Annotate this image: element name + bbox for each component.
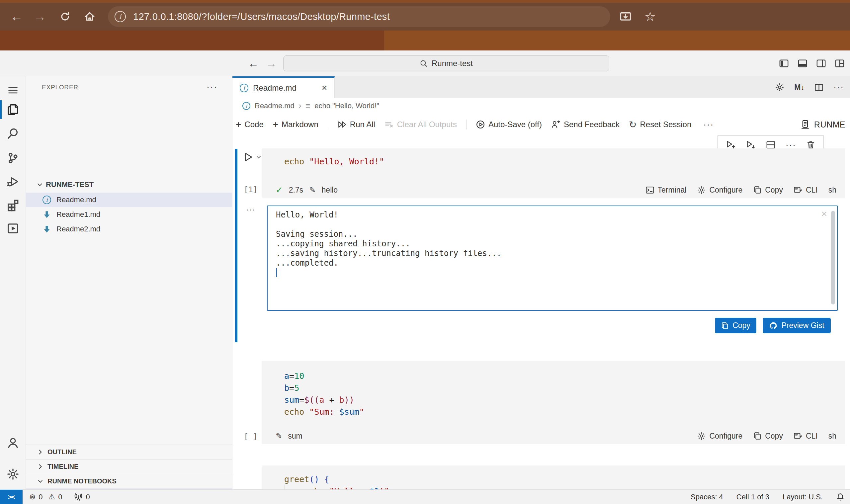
section-timeline[interactable]: TIMELINE [26,459,232,474]
cell-1-code[interactable]: echo "Hello, World!" [262,148,845,168]
reload-icon [60,11,70,22]
sidebar-item-source-control[interactable] [0,147,26,169]
editor-forward-button[interactable]: → [263,51,279,76]
cell-name[interactable]: sum [288,432,302,440]
run-cell-button[interactable] [242,151,261,163]
cell-focus-indicator [235,149,237,342]
code-cell-2[interactable]: a=10b=5sum=$((a + b))echo "Sum: $sum" ✎ … [262,361,845,444]
section-outline[interactable]: OUTLINE [26,445,232,459]
layout-controls [779,51,845,76]
gear-icon [697,185,706,195]
send-feedback-button[interactable]: Send Feedback [551,120,619,129]
bell-icon[interactable] [836,493,845,501]
browser-home-button[interactable] [80,3,99,31]
run-all-button[interactable]: Run All [337,120,375,129]
cell-name[interactable]: hello [322,185,338,195]
preview-gist-button[interactable]: Preview Gist [763,318,831,334]
markdown-preview-icon[interactable]: M↓ [794,83,804,92]
configure-action[interactable]: Configure [697,185,742,195]
clear-outputs-icon [384,120,394,129]
runme-logo-icon [800,120,810,129]
code-cell-1[interactable]: echo "Hello, World!" ✓ 2.7s ✎ hello Term… [262,148,845,198]
browser-forward-button[interactable]: → [31,3,49,31]
more-actions-icon[interactable]: ··· [833,82,844,93]
cell-position-status[interactable]: Cell 1 of 3 [737,493,769,501]
ports-indicator[interactable]: 0 [74,493,90,501]
output-close-icon[interactable]: × [821,208,827,219]
output-gutter-icon[interactable]: ⋯ [242,204,259,215]
file-label: Readme2.md [56,225,100,233]
add-code-cell-button[interactable]: + Code [236,119,264,130]
output-scrollbar[interactable] [831,211,835,304]
keyboard-layout-status[interactable]: Layout: U.S. [783,493,823,501]
clear-all-outputs-button[interactable]: Clear All Outputs [384,120,457,129]
browser-back-button[interactable]: ← [7,3,26,31]
sidebar-item-extensions[interactable] [0,195,26,216]
toggle-secondary-sidebar-icon[interactable] [816,58,826,68]
section-runme-notebooks[interactable]: RUNME NOTEBOOKS [26,474,232,488]
tab-close-icon[interactable]: × [322,83,327,93]
toolbar-divider [466,120,467,129]
browser-reload-button[interactable] [56,3,74,31]
split-editor-icon[interactable] [814,83,824,92]
file-label: Readme.md [56,196,96,204]
sidebar-item-search[interactable] [0,123,26,144]
sidebar-item-runme[interactable] [0,218,26,239]
cell-2-code[interactable]: a=10b=5sum=$((a + b))echo "Sum: $sum" [262,361,845,418]
editor-back-button[interactable]: ← [245,51,261,76]
delete-icon[interactable] [806,140,815,149]
execution-count: [1] [241,185,260,194]
tab-readme-md[interactable]: i Readme.md × [232,76,335,98]
cast-button[interactable] [615,3,636,31]
terminal-action[interactable]: Terminal [646,185,687,195]
hamburger-menu-icon [7,84,19,96]
reset-session-button[interactable]: ↻ Reset Session [629,119,691,130]
extensions-icon [7,199,19,212]
code-cell-3[interactable]: greet() { echo "Hello, $1!" [262,466,845,489]
toolbar-more-actions[interactable]: ··· [703,120,714,130]
cli-action[interactable]: CLI [794,432,818,440]
explorer-more-actions[interactable]: ··· [206,82,217,92]
cell-1-output[interactable]: Hello, World! Saving session......copyin… [267,205,838,311]
breadcrumb-cell[interactable]: echo "Hello, World!" [314,102,379,110]
github-icon [769,321,778,330]
customize-layout-icon[interactable] [835,58,845,68]
indentation-status[interactable]: Spaces: 4 [691,493,723,501]
sidebar-item-explorer[interactable] [0,99,26,120]
section-label: TIMELINE [48,463,78,470]
menu-button[interactable] [0,80,26,101]
cli-icon [794,432,802,440]
cell-language[interactable]: sh [828,185,836,195]
autosave-toggle[interactable]: Auto-Save (off) [476,120,542,129]
problems-indicator[interactable]: ⊗ 0 ⚠ 0 [29,492,62,501]
sidebar-item-run-debug[interactable] [0,171,26,193]
breadcrumb-file[interactable]: Readme.md [255,102,294,110]
gear-icon [697,432,706,440]
configure-action[interactable]: Configure [697,432,742,440]
cli-action[interactable]: CLI [794,185,818,195]
success-check-icon: ✓ [276,185,283,195]
settings-button[interactable] [0,464,26,485]
tree-root-runme-test[interactable]: RUNME-TEST [26,178,232,191]
run-cell-icon [242,151,254,163]
file-row-readme1[interactable]: Readme1.md [26,207,232,222]
cell-language[interactable]: sh [828,432,836,440]
cell-3-code[interactable]: greet() { echo "Hello, $1!" [262,466,845,489]
gear-icon[interactable] [775,83,784,92]
reset-icon: ↻ [629,119,636,130]
file-row-readme[interactable]: i Readme.md [26,193,232,207]
bookmark-star-button[interactable]: ☆ [639,3,661,31]
copy-action[interactable]: Copy [753,185,783,195]
add-markdown-cell-button[interactable]: + Markdown [273,119,319,130]
file-row-readme2[interactable]: Readme2.md [26,222,232,236]
remote-indicator[interactable]: >< [0,490,22,504]
output-copy-button[interactable]: Copy [715,318,756,334]
site-info-icon[interactable]: i [114,11,126,22]
search-icon [420,59,428,67]
toggle-panel-icon[interactable] [798,58,808,68]
copy-action[interactable]: Copy [753,432,783,440]
account-button[interactable] [0,432,26,453]
browser-address-bar[interactable]: i 127.0.0.1:8080/?folder=/Users/macos/De… [108,6,610,27]
toggle-sidebar-icon[interactable] [779,58,789,68]
command-center-search[interactable]: Runme-test [283,55,609,71]
